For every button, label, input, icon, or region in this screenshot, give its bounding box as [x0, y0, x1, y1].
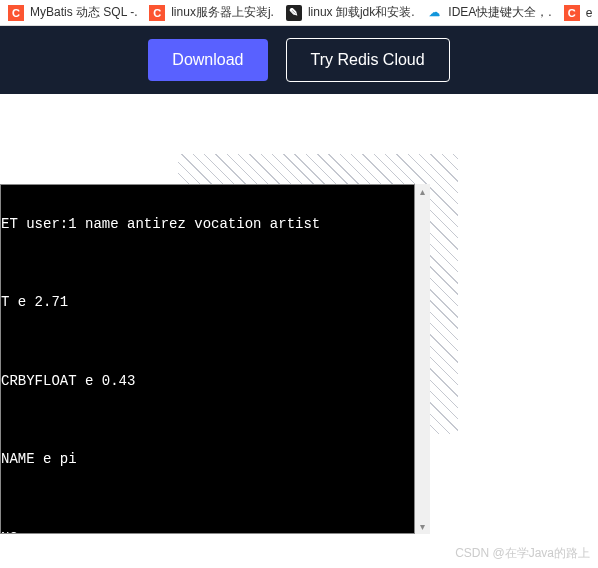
download-button[interactable]: Download — [148, 39, 267, 81]
tab-label: linux服务器上安装j... — [171, 4, 274, 21]
scroll-down-icon[interactable]: ▾ — [415, 519, 430, 534]
site-navbar: Download Try Redis Cloud — [0, 26, 598, 94]
tab-label: linux 卸载jdk和安装... — [308, 4, 414, 21]
idea-icon: ☁ — [426, 5, 442, 21]
terminal-wrap: ET user:1 name antirez vocation artist T… — [0, 184, 430, 534]
content-area: ET user:1 name antirez vocation artist T… — [0, 94, 598, 568]
tab-idea-shortcuts[interactable]: ☁ IDEA快捷键大全，... — [422, 2, 551, 23]
browser-tabs: C MyBatis 动态 SQL -... C linux服务器上安装j... … — [0, 0, 598, 26]
csdn-icon: C — [149, 5, 165, 21]
tab-linux-uninstall[interactable]: ✎ linux 卸载jdk和安装... — [282, 2, 414, 23]
watermark: CSDN @在学Java的路上 — [455, 545, 590, 562]
csdn-icon: C — [8, 5, 24, 21]
tab-label: e — [586, 6, 593, 20]
tab-linux-install[interactable]: C linux服务器上安装j... — [145, 2, 274, 23]
scrollbar[interactable]: ▴ ▾ — [415, 184, 430, 534]
redis-terminal[interactable]: ET user:1 name antirez vocation artist T… — [0, 184, 415, 534]
tab-partial[interactable]: C e — [560, 3, 594, 23]
tab-label: MyBatis 动态 SQL -... — [30, 4, 137, 21]
csdn-icon: C — [564, 5, 580, 21]
tab-label: IDEA快捷键大全，... — [448, 4, 551, 21]
scroll-up-icon[interactable]: ▴ — [415, 184, 430, 199]
dark-icon: ✎ — [286, 5, 302, 21]
tab-mybatis[interactable]: C MyBatis 动态 SQL -... — [4, 2, 137, 23]
try-redis-cloud-button[interactable]: Try Redis Cloud — [286, 38, 450, 82]
